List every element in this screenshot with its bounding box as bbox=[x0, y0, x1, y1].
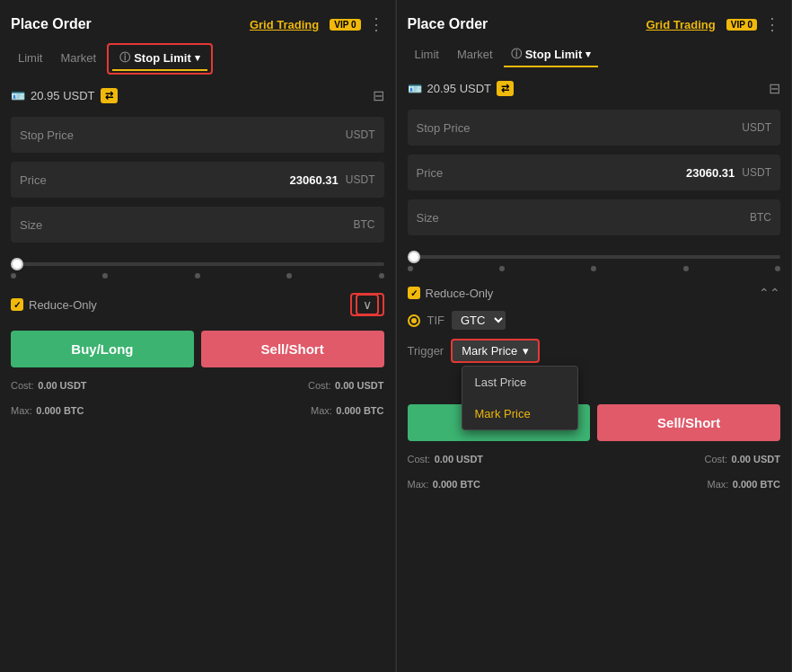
left-max-sell: Max: 0.000 BTC bbox=[311, 402, 384, 418]
left-cost-sell: Cost: 0.00 USDT bbox=[308, 376, 384, 393]
left-buy-button[interactable]: Buy/Long bbox=[11, 331, 194, 367]
right-tif-select[interactable]: GTC IOC FOK bbox=[452, 311, 506, 330]
right-dot-5 bbox=[775, 266, 780, 271]
left-calc-icon[interactable]: ⊟ bbox=[373, 87, 384, 104]
left-panel: Place Order Grid Trading VIP 0 ⋮ Limit M… bbox=[0, 0, 396, 672]
right-balance-row: 🪪 20.95 USDT ⇄ ⊟ bbox=[408, 76, 781, 101]
right-cost-label: Cost: bbox=[408, 454, 431, 464]
left-max-val2: 0.000 BTC bbox=[336, 405, 383, 416]
left-reduce-only-label: Reduce-Only bbox=[29, 298, 97, 312]
right-stop-price-row[interactable]: Stop Price USDT bbox=[408, 110, 781, 146]
left-grid-trading[interactable]: Grid Trading bbox=[250, 18, 319, 31]
left-dot-1 bbox=[11, 273, 16, 279]
left-stop-price-row[interactable]: Stop Price USDT bbox=[11, 117, 384, 153]
left-more-icon[interactable]: ⋮ bbox=[368, 14, 384, 34]
left-slider-dots bbox=[11, 273, 384, 279]
left-tab-market[interactable]: Market bbox=[53, 48, 103, 70]
left-reduce-only-checkbox[interactable]: ✓ bbox=[11, 298, 23, 311]
right-vip-badge: VIP 0 bbox=[726, 19, 757, 31]
right-dot-2 bbox=[499, 266, 505, 271]
left-price-unit: USDT bbox=[346, 173, 375, 186]
right-price-right: 23060.31 USDT bbox=[686, 166, 771, 180]
left-title: Place Order bbox=[11, 16, 92, 32]
right-dot-3 bbox=[591, 266, 596, 271]
left-info-icon: ⓘ bbox=[119, 50, 130, 66]
right-tab-stop-limit[interactable]: ⓘ Stop Limit ▾ bbox=[504, 43, 599, 67]
right-more-icon[interactable]: ⋮ bbox=[764, 14, 780, 34]
right-size-row[interactable]: Size BTC bbox=[408, 199, 781, 235]
right-cost-val: 0.00 USDT bbox=[435, 454, 483, 464]
right-price-label: Price bbox=[417, 166, 444, 180]
left-slider-track[interactable] bbox=[11, 262, 384, 266]
right-checkbox-check: ✓ bbox=[410, 288, 418, 298]
left-price-value: 23060.31 bbox=[290, 173, 339, 187]
left-slider-thumb[interactable] bbox=[11, 258, 23, 270]
right-trigger-row: Trigger Mark Price ▾ Last Price Mark Pri… bbox=[408, 339, 781, 363]
right-trigger-select[interactable]: Mark Price ▾ bbox=[451, 339, 540, 363]
left-card-icon: 🪪 bbox=[11, 89, 25, 102]
left-cost-label: Cost: bbox=[11, 380, 34, 391]
right-card-icon: 🪪 bbox=[408, 82, 422, 95]
left-price-right: 23060.31 USDT bbox=[290, 173, 375, 187]
left-tab-bar: Limit Market ⓘ Stop Limit ▾ bbox=[11, 43, 384, 75]
right-slider-row bbox=[408, 244, 781, 275]
left-max-buy: Max: 0.000 BTC bbox=[11, 402, 84, 418]
right-radio-btn[interactable] bbox=[408, 314, 420, 327]
right-slider-dots bbox=[408, 266, 781, 271]
right-max-val: 0.000 BTC bbox=[433, 479, 480, 490]
right-tab-bar: Limit Market ⓘ Stop Limit ▾ bbox=[408, 43, 781, 67]
left-max-val: 0.000 BTC bbox=[36, 405, 84, 416]
left-size-row[interactable]: Size BTC bbox=[11, 207, 384, 243]
right-header-right: Grid Trading VIP 0 ⋮ bbox=[646, 14, 780, 34]
left-price-label: Price bbox=[20, 173, 47, 187]
right-trigger-label: Trigger bbox=[408, 344, 444, 358]
left-expand-btn[interactable]: ∨ bbox=[356, 294, 379, 315]
left-size-label: Size bbox=[20, 218, 42, 232]
right-reduce-only[interactable]: ✓ Reduce-Only bbox=[408, 287, 494, 300]
right-size-unit: BTC bbox=[750, 211, 771, 224]
left-header: Place Order Grid Trading VIP 0 ⋮ bbox=[11, 14, 384, 34]
left-dot-5 bbox=[379, 273, 384, 279]
right-price-unit: USDT bbox=[742, 166, 771, 179]
right-slider-thumb[interactable] bbox=[408, 251, 420, 263]
left-transfer-btn[interactable]: ⇄ bbox=[101, 88, 118, 103]
left-max-label: Max: bbox=[11, 405, 32, 416]
right-trigger-last-price[interactable]: Last Price bbox=[462, 367, 577, 398]
right-transfer-btn[interactable]: ⇄ bbox=[497, 81, 514, 96]
right-cost-buy: Cost: 0.00 USDT bbox=[408, 450, 484, 466]
right-dropdown-arrow[interactable]: ▾ bbox=[585, 49, 591, 60]
right-calc-icon[interactable]: ⊟ bbox=[769, 80, 780, 97]
left-sell-button[interactable]: Sell/Short bbox=[201, 331, 384, 367]
right-reduce-only-label: Reduce-Only bbox=[426, 287, 494, 300]
right-info-icon: ⓘ bbox=[511, 47, 522, 62]
right-title: Place Order bbox=[408, 16, 488, 32]
left-dot-3 bbox=[195, 273, 200, 279]
left-stop-price-right: USDT bbox=[346, 128, 375, 141]
right-tab-market[interactable]: Market bbox=[450, 44, 500, 66]
right-tab-limit[interactable]: Limit bbox=[408, 44, 446, 66]
left-stop-price-label: Stop Price bbox=[20, 128, 74, 142]
right-price-row[interactable]: Price 23060.31 USDT bbox=[408, 155, 781, 190]
left-tab-limit[interactable]: Limit bbox=[11, 48, 49, 70]
right-dot-4 bbox=[683, 266, 689, 271]
right-slider-track[interactable] bbox=[408, 255, 781, 259]
right-grid-trading[interactable]: Grid Trading bbox=[646, 18, 715, 31]
left-slider-row bbox=[11, 252, 384, 282]
right-max-label: Max: bbox=[408, 479, 429, 490]
right-trigger-mark-price[interactable]: Mark Price bbox=[462, 398, 577, 429]
right-sell-button[interactable]: Sell/Short bbox=[597, 404, 780, 441]
left-price-row[interactable]: Price 23060.31 USDT bbox=[11, 162, 384, 198]
left-dropdown-arrow[interactable]: ▾ bbox=[195, 52, 200, 64]
right-balance-val: 20.95 USDT bbox=[427, 82, 492, 95]
left-stop-price-unit: USDT bbox=[346, 128, 375, 141]
right-size-right: BTC bbox=[750, 211, 771, 224]
right-balance-left: 🪪 20.95 USDT ⇄ bbox=[408, 81, 515, 96]
left-reduce-only[interactable]: ✓ Reduce-Only bbox=[11, 298, 97, 312]
right-max-sell: Max: 0.000 BTC bbox=[708, 475, 781, 491]
right-reduce-only-checkbox[interactable]: ✓ bbox=[408, 287, 420, 299]
left-tab-stop-limit[interactable]: ⓘ Stop Limit ▾ bbox=[112, 47, 207, 71]
left-cost-label2: Cost: bbox=[308, 380, 331, 391]
right-max-buy: Max: 0.000 BTC bbox=[408, 475, 481, 491]
right-collapse-btn[interactable]: ⌃⌃ bbox=[759, 286, 780, 300]
left-header-right: Grid Trading VIP 0 ⋮ bbox=[250, 14, 384, 34]
